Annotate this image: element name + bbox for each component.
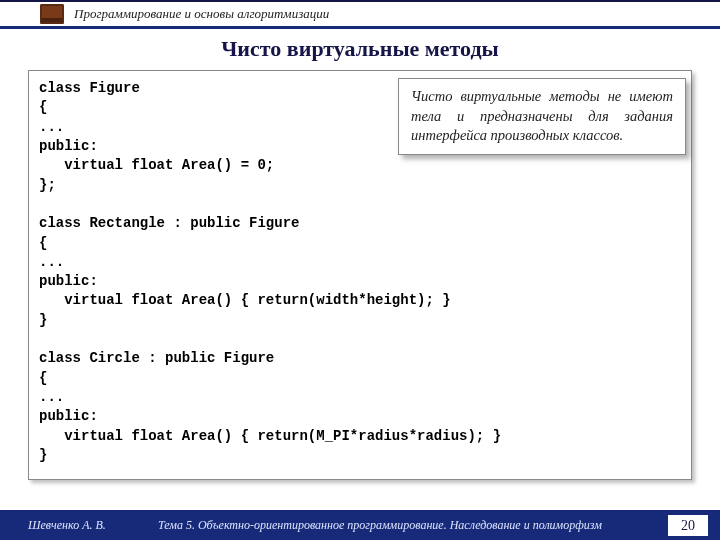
university-crest-icon: [40, 4, 64, 24]
page-number: 20: [668, 514, 708, 536]
slide-title: Чисто виртуальные методы: [0, 36, 720, 62]
slide: Программирование и основы алгоритмизации…: [0, 0, 720, 540]
header-divider: [0, 26, 720, 29]
footer-topic: Тема 5. Объектно-ориентированное програм…: [158, 518, 720, 533]
header: Программирование и основы алгоритмизации: [40, 4, 329, 24]
explanation-note: Чисто виртуальные методы не имеют тела и…: [398, 78, 686, 155]
course-title: Программирование и основы алгоритмизации: [74, 6, 329, 22]
footer-author: Шевченко А. В.: [28, 518, 148, 533]
footer: Шевченко А. В. Тема 5. Объектно-ориентир…: [0, 510, 720, 540]
top-rule: [0, 0, 720, 2]
